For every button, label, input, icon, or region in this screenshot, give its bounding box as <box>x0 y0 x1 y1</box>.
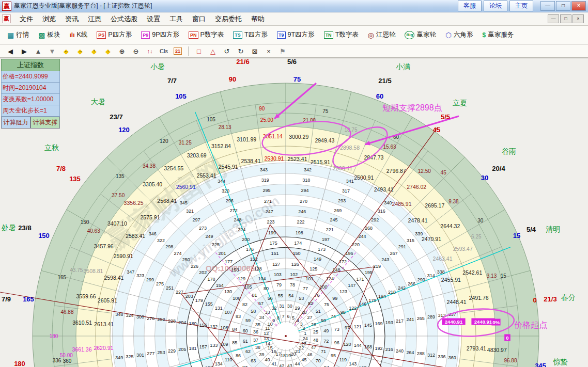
titlebar-link-0[interactable]: 客服 <box>458 1 482 11</box>
svg-text:2793.41: 2793.41 <box>467 345 486 352</box>
menu-公式选股[interactable]: 公式选股 <box>106 13 142 25</box>
gann-wheel-canvas[interactable]: 赢家财富网www.yingjia360.comQQ:10080086012345… <box>0 58 588 367</box>
svg-text:242: 242 <box>398 285 406 291</box>
close-button[interactable]: × <box>571 1 586 11</box>
svg-text:2583.41: 2583.41 <box>126 233 145 239</box>
parameter-panel: 上证指数 价格=2440.9099时间=20190104变换系数=1.00000… <box>1 59 60 129</box>
svg-text:296: 296 <box>226 198 234 203</box>
maximize-button[interactable]: □ <box>556 1 570 11</box>
svg-text:45: 45 <box>441 170 447 175</box>
window-title: 赢家江恩专业版[赢家服务平台] - [上证指数 江恩轮] <box>14 2 152 10</box>
draw-collapse-x-icon[interactable]: × <box>262 46 275 57</box>
toolbar-quotes[interactable]: ▦行情 <box>3 28 33 41</box>
svg-text:大暑: 大暑 <box>91 98 105 106</box>
svg-text:87: 87 <box>242 365 247 367</box>
svg-text:90: 90 <box>259 106 265 111</box>
draw-updown-arrows-icon[interactable]: ↑↓ <box>144 46 156 57</box>
svg-text:322: 322 <box>157 238 165 243</box>
toolbar-kline[interactable]: ılıK线 <box>65 28 91 41</box>
menu-items: 文件浏览资讯江恩公式选股设置工具窗口交易委托帮助 <box>15 13 269 25</box>
draw-page-right-icon[interactable]: ▶ <box>18 46 30 57</box>
draw-angle-up-icon[interactable]: ▲ <box>32 46 44 57</box>
svg-text:247: 247 <box>266 209 273 214</box>
toolbar-t-table[interactable]: TNT数字表 <box>320 28 363 41</box>
svg-text:336: 336 <box>438 354 445 359</box>
toolbar-gann-wheel[interactable]: ◎江恩轮 <box>364 28 400 41</box>
toolbar-winner-service[interactable]: $赢家服务 <box>478 28 518 41</box>
svg-text:276: 276 <box>147 316 154 321</box>
draw-angle-down-icon[interactable]: ▼ <box>46 46 58 57</box>
svg-text:2605.91: 2605.91 <box>98 297 117 304</box>
svg-text:151: 151 <box>271 251 278 256</box>
menu-窗口[interactable]: 窗口 <box>188 13 210 25</box>
svg-text:50: 50 <box>321 318 326 323</box>
draw-rotate-ccw-icon[interactable]: ↺ <box>221 46 233 57</box>
toolbar-9t-square[interactable]: T99T四方形 <box>273 28 319 41</box>
menu-帮助[interactable]: 帮助 <box>246 13 269 25</box>
draw-calendar-icon[interactable]: 21 <box>172 46 184 57</box>
menu-文件[interactable]: 文件 <box>15 13 38 25</box>
mdi-minimize-button[interactable]: — <box>548 14 559 23</box>
draw-box-x-icon[interactable]: ⊠ <box>249 46 261 57</box>
toolbar-hexagon[interactable]: ⬡六角形 <box>441 28 477 41</box>
svg-text:321: 321 <box>186 209 194 214</box>
svg-text:169: 169 <box>375 321 382 326</box>
toolbar-p-table[interactable]: PNP数字表 <box>184 28 228 41</box>
svg-text:30: 30 <box>287 304 292 309</box>
draw-move-left-icon[interactable]: ◆← <box>60 46 72 57</box>
titlebar-links: 客服论坛主页 <box>458 1 533 11</box>
menu-资讯[interactable]: 资讯 <box>60 13 83 25</box>
svg-text:12.50: 12.50 <box>418 168 431 174</box>
draw-move-down-icon[interactable]: ◆↓ <box>102 46 114 57</box>
svg-text:3.13: 3.13 <box>487 273 497 279</box>
draw-zoom-in-icon[interactable]: ⊕ <box>116 46 128 57</box>
toolbar-sectors[interactable]: ▩板块 <box>34 28 64 41</box>
draw-move-right-icon[interactable]: ◆→ <box>74 46 86 57</box>
menu-工具[interactable]: 工具 <box>165 13 188 25</box>
toolbar-winner-wheel[interactable]: Big赢家轮 <box>400 28 440 41</box>
svg-text:221: 221 <box>326 227 334 232</box>
svg-text:153: 153 <box>231 267 239 273</box>
draw-pin-icon[interactable]: ⚑ <box>276 46 289 57</box>
svg-text:2593.47: 2593.47 <box>453 246 473 252</box>
draw-triangle-tool-icon[interactable]: △ <box>207 46 219 57</box>
svg-text:156: 156 <box>199 323 207 328</box>
menu-设置[interactable]: 设置 <box>142 13 165 25</box>
svg-text:40: 40 <box>265 357 270 362</box>
calc-resistance-button[interactable]: 计算阻力 <box>1 117 30 129</box>
svg-text:2746.02: 2746.02 <box>407 184 426 190</box>
mdi-close-button[interactable]: × <box>572 14 584 23</box>
draw-rect-tool-icon[interactable]: □ <box>193 46 205 57</box>
draw-page-left-icon[interactable]: ◀ <box>4 46 17 57</box>
titlebar-link-1[interactable]: 论坛 <box>484 1 507 11</box>
svg-text:36: 36 <box>253 329 258 334</box>
toolbar-9p-square[interactable]: P99P四方形 <box>137 28 183 41</box>
draw-rotate-cw-icon[interactable]: ↻ <box>235 46 247 57</box>
svg-text:13: 13 <box>264 336 269 341</box>
toolbar-p-square[interactable]: PSP四方形 <box>92 28 136 41</box>
svg-text:110: 110 <box>225 357 232 362</box>
svg-text:222: 222 <box>297 219 305 225</box>
menu-交易委托[interactable]: 交易委托 <box>210 13 246 25</box>
svg-text:271: 271 <box>264 199 272 204</box>
mdi-restore-button[interactable]: □ <box>560 14 571 23</box>
svg-text:55: 55 <box>278 293 283 298</box>
menu-浏览[interactable]: 浏览 <box>38 13 60 25</box>
draw-zoom-out-icon[interactable]: ⊖ <box>130 46 142 57</box>
draw-move-up-icon[interactable]: ◆↑ <box>88 46 100 57</box>
svg-text:30: 30 <box>481 174 488 182</box>
svg-text:170: 170 <box>368 298 376 303</box>
calc-support-button[interactable]: 计算支撑 <box>30 117 60 129</box>
app-window: { "window": { "title": "赢家江恩专业版[赢家服务平台] … <box>0 0 588 367</box>
svg-text:106: 106 <box>233 296 240 301</box>
svg-text:2898.58: 2898.58 <box>340 145 360 151</box>
svg-text:218: 218 <box>388 290 396 295</box>
minimize-button[interactable]: — <box>540 1 555 11</box>
titlebar-link-2[interactable]: 主页 <box>509 1 533 11</box>
draw-cls-icon[interactable]: Cls <box>158 46 170 57</box>
svg-text:360: 360 <box>448 355 456 360</box>
svg-text:2568.41: 2568.41 <box>157 198 177 204</box>
svg-text:75: 75 <box>324 302 329 307</box>
menu-江恩[interactable]: 江恩 <box>83 13 106 25</box>
toolbar-t-square[interactable]: TST四方形 <box>229 28 272 41</box>
